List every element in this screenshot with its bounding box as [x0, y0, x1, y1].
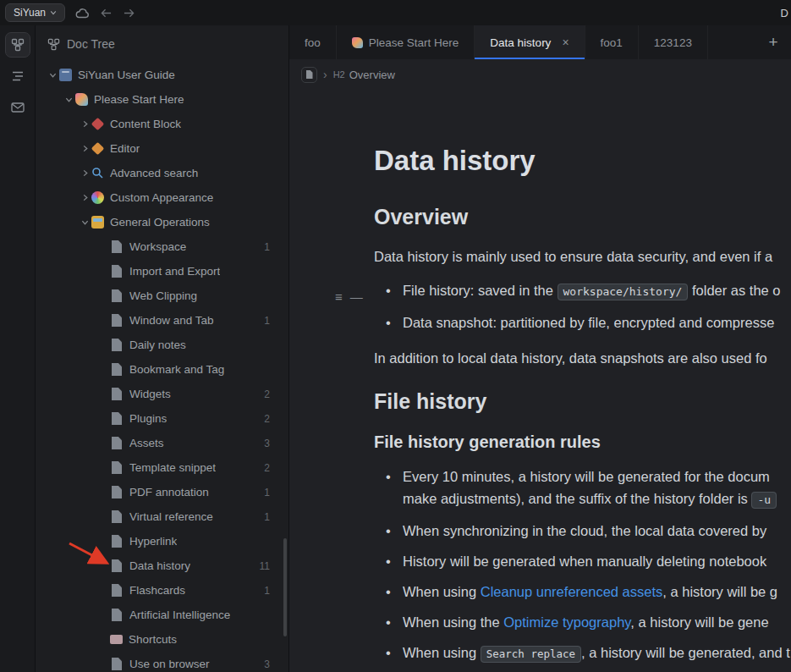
tree-item-advanced-search[interactable]: Advanced search	[36, 161, 288, 185]
tree-item-label: Editor	[110, 142, 140, 155]
link-cleanup-unreferenced-assets[interactable]: Cleanup unreferenced assets	[481, 584, 663, 599]
chevron-right-icon[interactable]	[78, 169, 91, 177]
notebook-icon	[59, 69, 72, 81]
bus-icon	[91, 216, 104, 229]
tree-item-editor[interactable]: Editor	[36, 136, 288, 161]
tree-item-window-and-tab[interactable]: Window and Tab 1	[36, 308, 288, 333]
magnifier-icon	[91, 167, 104, 179]
tree-item-template-snippet[interactable]: Template snippet 2	[36, 455, 288, 480]
chevron-down-icon[interactable]	[78, 218, 91, 226]
tab-123123[interactable]: 123123	[639, 25, 708, 59]
chevron-right-icon[interactable]	[78, 145, 91, 152]
tab-foo[interactable]: foo	[289, 25, 337, 59]
dock-outline-button[interactable]	[5, 63, 30, 89]
doc-tree-dock-icon	[11, 38, 25, 52]
tree-item-workspace[interactable]: Workspace 1	[36, 234, 288, 259]
tab-foo1[interactable]: foo1	[585, 25, 639, 59]
tree-scrollbar-thumb[interactable]	[283, 538, 287, 636]
inline-code: Search replace	[481, 646, 581, 663]
chevron-right-icon[interactable]	[78, 194, 91, 201]
tree-item-label: Artificial Intelligence	[129, 609, 230, 621]
tree-item-count: 2	[264, 462, 288, 474]
panel-title: Doc Tree	[67, 37, 115, 51]
list-item: Every 10 minutes, a history will be gene…	[403, 465, 791, 511]
list-item: When using Search replace, a history wil…	[403, 642, 791, 665]
tree-item-virtual-reference[interactable]: Virtual reference 1	[36, 504, 288, 529]
link-optimize-typography[interactable]: Optimize typography	[503, 614, 630, 630]
tree-item-import-and-export[interactable]: Import and Export	[36, 259, 288, 284]
doc-tree-panel-icon	[47, 38, 60, 51]
doc-icon	[112, 265, 122, 278]
tree-item-plugins[interactable]: Plugins 2	[36, 406, 288, 431]
tree-item-hyperlink[interactable]: Hyperlink	[36, 529, 288, 554]
tab-please-start-here[interactable]: Please Start Here	[337, 25, 475, 59]
list-item: Data snapshot: partitioned by file, encr…	[403, 311, 791, 333]
inbox-mail-icon	[11, 102, 25, 113]
chevron-down-icon[interactable]	[62, 96, 75, 103]
palette-icon	[91, 191, 104, 204]
tree-item-flashcards[interactable]: Flashcards 1	[36, 578, 288, 603]
tree-item-label: Assets	[129, 437, 164, 449]
heading-generation-rules: File history generation rules	[374, 430, 791, 454]
arrow-right-icon	[123, 8, 135, 19]
list-item: When synchronizing in the cloud, the loc…	[403, 520, 791, 542]
tree-item-label: Flashcards	[129, 584, 185, 597]
inline-code: workspace/history/	[558, 284, 689, 300]
doc-tree-panel: Doc Tree SiYuan User Guide Please Start …	[36, 25, 289, 672]
doc-icon	[112, 461, 122, 474]
tree-item-label: Import and Export	[129, 265, 220, 278]
tab-data-history[interactable]: Data history ×	[475, 25, 585, 59]
tree-item-count: 1	[264, 241, 288, 253]
tree-item-count: 1	[264, 511, 288, 523]
back-button[interactable]	[100, 8, 113, 19]
document-icon[interactable]	[301, 67, 317, 83]
tree-item-count: 1	[264, 487, 288, 498]
tab-label: Please Start Here	[369, 36, 459, 49]
tree-item-custom-appearance[interactable]: Custom Appearance	[36, 185, 288, 210]
block-dash-icon[interactable]: —	[350, 289, 363, 304]
tree-item-label: Workspace	[129, 240, 186, 253]
tree-item-shortcuts[interactable]: Shortcuts	[36, 627, 288, 652]
breadcrumb-section[interactable]: Overview	[349, 69, 395, 81]
tree-item-daily-notes[interactable]: Daily notes	[36, 333, 288, 357]
tree-item-web-clipping[interactable]: Web Clipping	[36, 284, 288, 308]
sync-cloud-button[interactable]	[75, 8, 90, 19]
list-item: When using the Optimize typography, a hi…	[403, 611, 791, 633]
dock-doc-tree-button[interactable]	[5, 32, 30, 58]
tree-item-please-start-here[interactable]: Please Start Here	[36, 87, 288, 112]
doc-icon	[112, 388, 122, 400]
tab-label: foo	[305, 36, 321, 49]
drag-handle-icon[interactable]: ≡	[335, 289, 343, 304]
doc-icon	[112, 559, 122, 572]
editor[interactable]: ≡ — Data history Overview Data history i…	[289, 90, 791, 672]
tree-item-siyuan-user-guide[interactable]: SiYuan User Guide	[36, 63, 288, 87]
tree-item-label: Please Start Here	[94, 93, 184, 106]
tab-label: 123123	[654, 36, 692, 49]
close-icon[interactable]: ×	[562, 36, 569, 49]
doc-icon	[112, 289, 122, 302]
tree-item-widgets[interactable]: Widgets 2	[36, 382, 288, 406]
bullet-list-rules: Every 10 minutes, a history will be gene…	[374, 465, 791, 665]
doc-icon	[112, 314, 122, 327]
doc-icon	[112, 339, 122, 351]
doc-tree-header: Doc Tree	[36, 25, 288, 63]
cloud-icon	[75, 8, 90, 19]
tree-item-data-history[interactable]: Data history 11	[36, 554, 288, 578]
tree-item-label: General Operations	[110, 216, 210, 229]
tree-item-artificial-intelligence[interactable]: Artificial Intelligence	[36, 603, 288, 627]
heading-overview: Overview	[374, 203, 791, 230]
tree-item-content-block[interactable]: Content Block	[36, 112, 288, 136]
tree-item-use-on-browser[interactable]: Use on browser 3	[36, 652, 288, 672]
tab-bar: foo Please Start Here Data history × foo…	[289, 25, 791, 59]
tree-item-bookmark-and-tag[interactable]: Bookmark and Tag	[36, 357, 288, 382]
tree-item-assets[interactable]: Assets 3	[36, 431, 288, 455]
chevron-down-icon[interactable]	[46, 71, 59, 79]
tree-item-pdf-annotation[interactable]: PDF annotation 1	[36, 480, 288, 504]
brush-icon	[75, 93, 88, 106]
app-menu-button[interactable]: SiYuan	[5, 3, 65, 22]
forward-button[interactable]	[123, 8, 135, 19]
new-tab-button[interactable]: +	[755, 25, 791, 59]
chevron-right-icon[interactable]	[78, 120, 91, 128]
dock-inbox-button[interactable]	[5, 95, 30, 120]
tree-item-general-operations[interactable]: General Operations	[36, 210, 288, 234]
